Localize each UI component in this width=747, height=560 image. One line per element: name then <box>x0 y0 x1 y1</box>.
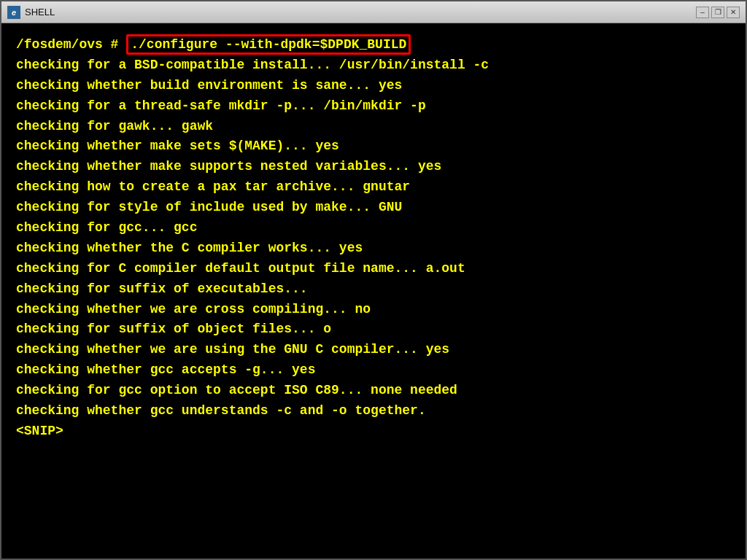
terminal-line-10: checking whether the C compiler works...… <box>16 238 731 259</box>
terminal-line-7: checking how to create a pax tar archive… <box>16 177 731 198</box>
terminal-line-8: checking for style of include used by ma… <box>16 198 731 218</box>
terminal-line-18: checking whether gcc understands -c and … <box>16 401 731 421</box>
terminal-line-1: checking for a BSD-compatible install...… <box>16 55 731 76</box>
terminal-line-11: checking for C compiler default output f… <box>16 259 731 279</box>
terminal-line-3: checking for a thread-safe mkdir -p... /… <box>16 96 731 117</box>
terminal-line-6: checking whether make supports nested va… <box>16 157 731 177</box>
terminal-line-19: <SNIP> <box>16 421 731 442</box>
prompt: /fosdem/ovs # <box>16 37 126 52</box>
window-controls: – ❐ ✕ <box>696 7 740 18</box>
command-line: /fosdem/ovs # ./configure --with-dpdk=$D… <box>16 35 731 55</box>
shell-window: e SHELL – ❐ ✕ /fosdem/ovs # ./configure … <box>0 0 747 560</box>
terminal-line-9: checking for gcc... gcc <box>16 218 731 238</box>
highlighted-command: ./configure --with-dpdk=$DPDK_BUILD <box>126 34 411 55</box>
terminal-line-13: checking whether we are cross compiling.… <box>16 300 731 320</box>
minimize-button[interactable]: – <box>696 7 709 18</box>
terminal-line-15: checking whether we are using the GNU C … <box>16 340 731 360</box>
close-button[interactable]: ✕ <box>727 7 740 18</box>
terminal-line-12: checking for suffix of executables... <box>16 279 731 300</box>
window-title: SHELL <box>25 7 55 18</box>
titlebar-left: e SHELL <box>7 6 55 19</box>
restore-button[interactable]: ❐ <box>711 7 724 18</box>
terminal-output: /fosdem/ovs # ./configure --with-dpdk=$D… <box>1 23 746 559</box>
terminal-line-17: checking for gcc option to accept ISO C8… <box>16 381 731 401</box>
terminal-line-16: checking whether gcc accepts -g... yes <box>16 360 731 381</box>
app-icon: e <box>7 6 20 19</box>
titlebar: e SHELL – ❐ ✕ <box>1 1 746 23</box>
terminal-line-5: checking whether make sets $(MAKE)... ye… <box>16 136 731 157</box>
terminal-line-14: checking for suffix of object files... o <box>16 319 731 340</box>
terminal-line-2: checking whether build environment is sa… <box>16 76 731 96</box>
terminal-line-4: checking for gawk... gawk <box>16 117 731 137</box>
